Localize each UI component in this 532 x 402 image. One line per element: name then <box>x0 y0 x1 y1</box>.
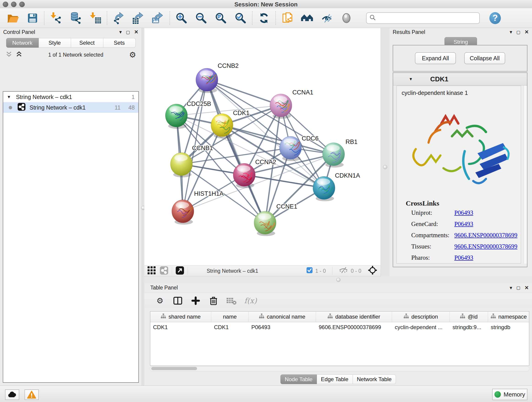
panel-float-icon[interactable]: ▢ <box>516 286 520 290</box>
network-collection-row[interactable]: ▼ String Network – cdk1 1 <box>3 92 138 102</box>
node-CDK1[interactable]: CDK1 <box>211 109 249 138</box>
horizontal-divider-handle[interactable] <box>336 278 341 282</box>
crosslinks-heading: CrossLinks <box>397 197 521 207</box>
horizontal-split-divider[interactable] <box>144 276 532 283</box>
column-header-shared-name[interactable]: shared name <box>150 312 211 322</box>
panel-close-icon[interactable]: ✕ <box>134 30 138 35</box>
show-columns-icon[interactable] <box>173 296 183 306</box>
crosslink-link[interactable]: P06493 <box>454 220 473 228</box>
warning-status-button[interactable] <box>25 389 39 400</box>
node-CCNB1[interactable]: CCNB1 <box>171 145 213 177</box>
collapse-triangle-icon[interactable]: ▼ <box>7 95 11 99</box>
panel-close-icon[interactable]: ✕ <box>525 30 529 35</box>
table-cell[interactable]: stringdb:9... <box>450 322 488 332</box>
crosslink-link[interactable]: P06493 <box>454 209 473 216</box>
gene-section-header[interactable]: ▼ CDK1 <box>393 73 527 85</box>
table-cell[interactable]: P06493 <box>249 322 316 332</box>
right-divider-handle[interactable] <box>383 165 387 169</box>
network-options-gear-icon[interactable]: ⚙ <box>129 51 136 59</box>
tab-style[interactable]: Style <box>39 38 71 48</box>
show-hide-graphics-icon[interactable] <box>320 12 333 25</box>
share-network-icon[interactable] <box>160 266 168 275</box>
table-options-gear-icon[interactable]: ⚙ <box>155 296 165 306</box>
table-cell[interactable]: 9606.ENSP00000378699 <box>316 322 392 332</box>
panel-close-icon[interactable]: ✕ <box>525 285 529 290</box>
search-box[interactable] <box>366 12 480 24</box>
detach-view-icon[interactable] <box>176 266 184 275</box>
column-header-namespace[interactable]: namespace <box>488 312 529 322</box>
tab-node-table[interactable]: Node Table <box>280 375 317 384</box>
node-table[interactable]: shared namenamecanonical namedatabase id… <box>150 311 529 366</box>
node-RB1[interactable]: RB1 <box>323 138 358 167</box>
column-header-description[interactable]: description <box>392 312 450 322</box>
zoom-in-icon[interactable] <box>175 12 188 25</box>
tab-select[interactable]: Select <box>71 38 103 48</box>
zoom-selected-icon[interactable] <box>234 12 247 25</box>
clone-network-icon[interactable] <box>281 12 294 25</box>
tab-network-table[interactable]: Network Table <box>353 375 396 384</box>
tab-network[interactable]: Network <box>6 38 39 48</box>
export-network-icon[interactable] <box>112 12 125 25</box>
cloud-status-button[interactable] <box>5 389 19 400</box>
import-table-file-icon[interactable] <box>89 12 102 25</box>
birdseye-crosshair-icon[interactable] <box>368 265 377 276</box>
node-CCNE1[interactable]: CCNE1 <box>254 203 298 236</box>
table-cell[interactable]: cyclin-dependent ... <box>392 322 450 332</box>
help-button[interactable]: ? <box>489 12 501 24</box>
memory-button[interactable]: Memory <box>492 389 527 400</box>
column-header-database-identifier[interactable]: database identifier <box>316 312 392 322</box>
panel-menu-icon[interactable]: ▾ <box>510 285 512 290</box>
network-canvas[interactable]: CCNB2 CCNA1 CDC25B CDK1 CDC6 RB1 CCNB1 <box>144 28 380 265</box>
crosslink-link[interactable]: P06493 <box>454 254 473 261</box>
export-table-icon[interactable] <box>132 12 145 25</box>
crosslink-link[interactable]: 9606.ENSP00000378699 <box>454 243 517 250</box>
collapse-triangle-icon[interactable]: ▼ <box>409 77 413 82</box>
first-neighbors-icon[interactable] <box>301 12 313 25</box>
table-cell[interactable]: CDK1 <box>150 322 211 332</box>
collapse-all-networks-icon[interactable] <box>6 51 12 59</box>
table-horizontal-scrollbar[interactable] <box>150 366 529 371</box>
right-split-divider[interactable] <box>380 28 390 276</box>
node-HIST1H1A[interactable]: HIST1H1A <box>172 190 224 225</box>
delete-column-icon[interactable] <box>209 296 219 306</box>
column-header-@id[interactable]: @id <box>450 312 488 322</box>
refresh-layout-icon[interactable] <box>258 12 270 25</box>
node-CCNA1[interactable]: CCNA1 <box>270 89 313 119</box>
panel-float-icon[interactable]: ▢ <box>516 30 520 34</box>
crosslink-link[interactable]: 9606.ENSP00000378699 <box>454 232 517 239</box>
hidden-eye-icon[interactable] <box>339 267 348 275</box>
network-row[interactable]: String Network – cdk1 11 48 <box>3 102 138 113</box>
tab-sets[interactable]: Sets <box>103 38 136 48</box>
open-file-icon[interactable] <box>6 12 19 25</box>
scrollbar-thumb[interactable] <box>151 367 197 370</box>
table-cell[interactable]: stringdb <box>488 322 529 332</box>
graphics-detail-icon[interactable] <box>340 12 353 25</box>
panel-float-icon[interactable]: ▢ <box>126 30 130 34</box>
zoom-fit-icon[interactable] <box>215 12 227 25</box>
node-CDKN1A[interactable]: CDKN1A <box>313 172 360 201</box>
collapse-all-button[interactable]: Collapse All <box>464 52 505 64</box>
panel-menu-icon[interactable]: ▾ <box>119 30 122 35</box>
expand-all-networks-icon[interactable] <box>16 51 22 59</box>
column-header-name[interactable]: name <box>211 312 249 322</box>
tab-edge-table[interactable]: Edge Table <box>317 375 353 384</box>
show-grid-icon[interactable] <box>147 266 156 275</box>
import-network-database-icon[interactable] <box>69 12 82 25</box>
column-label: name <box>223 313 237 320</box>
column-header-canonical-name[interactable]: canonical name <box>249 312 316 322</box>
panel-menu-icon[interactable]: ▾ <box>510 30 512 35</box>
save-session-icon[interactable] <box>26 12 39 25</box>
search-input[interactable] <box>376 15 476 22</box>
expand-all-button[interactable]: Expand All <box>415 52 456 64</box>
function-builder-button[interactable]: f(x) <box>244 296 257 305</box>
node-CDC6[interactable]: CDC6 <box>279 135 319 161</box>
zoom-out-icon[interactable] <box>195 12 208 25</box>
table-cell[interactable]: CDK1 <box>211 322 249 332</box>
results-scrollbar[interactable] <box>524 86 527 264</box>
delete-table-icon[interactable] <box>226 296 236 306</box>
import-network-file-icon[interactable] <box>50 12 62 25</box>
export-image-icon[interactable] <box>152 12 165 25</box>
add-column-icon[interactable] <box>191 296 201 306</box>
table-row[interactable]: CDK1CDK1P064939606.ENSP00000378699cyclin… <box>150 322 529 332</box>
selected-checkbox-icon[interactable] <box>307 267 312 274</box>
